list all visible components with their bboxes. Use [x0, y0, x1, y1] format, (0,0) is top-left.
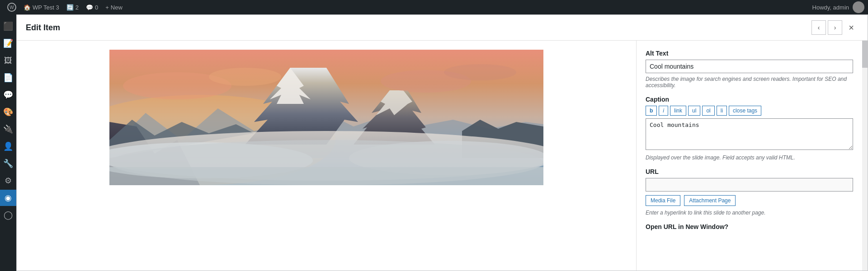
caption-close-tags-btn[interactable]: close tags [729, 106, 761, 116]
updates-icon: 🔄 [66, 4, 74, 11]
image-panel [17, 41, 636, 271]
modal: Edit Item ‹ › × [16, 14, 868, 271]
alt-text-hint: Describes the image for search engines a… [646, 76, 853, 89]
alt-text-label: Alt Text [646, 50, 853, 57]
scrollbar-track[interactable] [862, 41, 868, 271]
sidebar-icon-users[interactable]: 👤 [0, 138, 16, 154]
modal-body: Alt Text Describes the image for search … [17, 41, 868, 271]
mountain-image [109, 50, 543, 185]
sidebar-icon-dashboard[interactable]: ⬛ [0, 18, 16, 34]
alt-text-section: Alt Text Describes the image for search … [646, 50, 853, 89]
caption-bold-btn[interactable]: b [646, 106, 657, 116]
new-label: New [111, 4, 123, 11]
svg-text:W: W [9, 5, 14, 10]
caption-section: Caption b i link ul ol li close tags Coo… [646, 96, 853, 161]
admin-bar-right: Howdy, admin [809, 1, 864, 13]
prev-button[interactable]: ‹ [811, 20, 826, 35]
close-button[interactable]: × [844, 20, 859, 35]
modal-header: Edit Item ‹ › × [17, 15, 868, 41]
comments-icon: 💬 [86, 4, 93, 11]
url-hint: Enter a hyperlink to link this slide to … [646, 210, 766, 216]
caption-ul-btn[interactable]: ul [688, 106, 700, 116]
sidebar-icon-posts[interactable]: 📝 [0, 35, 16, 51]
alt-text-input[interactable] [646, 60, 853, 73]
main-layout: ⬛ 📝 🖼 📄 💬 🎨 🔌 👤 🔧 ⚙ ◉ ◯ Edit Item ‹ › × [0, 14, 868, 271]
modal-nav: ‹ › × [811, 20, 859, 35]
comments-item[interactable]: 💬 0 [82, 0, 102, 14]
plus-icon: + [105, 4, 109, 11]
site-name-item[interactable]: 🏠 WP Test 3 [20, 0, 63, 14]
updates-item[interactable]: 🔄 2 [63, 0, 82, 14]
caption-ol-btn[interactable]: ol [702, 106, 714, 116]
sidebar-icon-extra[interactable]: ◯ [0, 207, 16, 223]
content-area: Edit Item ‹ › × [16, 14, 868, 271]
avatar[interactable] [853, 1, 864, 13]
sidebar-icon-tools[interactable]: 🔧 [0, 155, 16, 172]
sidebar-icon-active[interactable]: ◉ [0, 190, 16, 206]
modal-title: Edit Item [26, 23, 60, 33]
sidebar-icon-settings[interactable]: ⚙ [0, 173, 16, 189]
sidebar-icon-appearance[interactable]: 🎨 [0, 104, 16, 120]
caption-hint: Displayed over the slide image. Field ac… [646, 154, 853, 161]
caption-li-btn[interactable]: li [717, 106, 727, 116]
comments-count: 0 [95, 4, 98, 11]
howdy-text: Howdy, admin [809, 4, 853, 11]
caption-label: Caption [646, 96, 853, 103]
svg-point-20 [444, 64, 516, 80]
wp-logo-item[interactable]: W [4, 0, 20, 14]
sidebar: ⬛ 📝 🖼 📄 💬 🎨 🔌 👤 🔧 ⚙ ◉ ◯ [0, 14, 16, 271]
caption-italic-btn[interactable]: i [659, 106, 668, 116]
scrollbar-thumb[interactable] [862, 41, 868, 68]
caption-toolbar: b i link ul ol li close tags [646, 106, 853, 116]
sidebar-icon-comments[interactable]: 💬 [0, 87, 16, 103]
url-buttons: Media File Attachment Page Enter a hyper… [646, 195, 853, 216]
right-panel: Alt Text Describes the image for search … [636, 41, 862, 271]
svg-point-18 [209, 68, 281, 86]
open-url-section: Open URL in New Window? [646, 223, 853, 230]
admin-bar: W 🏠 WP Test 3 🔄 2 💬 0 + New Howdy, admin [0, 0, 868, 14]
sidebar-icon-media[interactable]: 🖼 [0, 52, 16, 69]
caption-link-btn[interactable]: link [670, 106, 686, 116]
modal-overlay: Edit Item ‹ › × [16, 14, 868, 271]
sidebar-icon-pages[interactable]: 📄 [0, 70, 16, 86]
url-section: URL Media File Attachment Page Enter a h… [646, 168, 853, 216]
sidebar-icon-plugins[interactable]: 🔌 [0, 121, 16, 137]
open-url-label: Open URL in New Window? [646, 223, 853, 230]
url-input[interactable] [646, 178, 853, 192]
updates-count: 2 [75, 4, 79, 11]
next-button[interactable]: › [828, 20, 842, 35]
attachment-page-btn[interactable]: Attachment Page [684, 195, 736, 206]
house-icon: 🏠 [24, 4, 31, 11]
admin-bar-left: W 🏠 WP Test 3 🔄 2 💬 0 + New [4, 0, 809, 14]
mountain-svg [109, 50, 543, 185]
svg-rect-16 [109, 167, 543, 185]
caption-textarea[interactable]: Cool mountains [646, 118, 853, 150]
media-file-btn[interactable]: Media File [646, 195, 680, 206]
new-item[interactable]: + New [102, 0, 126, 14]
site-name: WP Test 3 [33, 4, 59, 11]
url-label: URL [646, 168, 853, 175]
